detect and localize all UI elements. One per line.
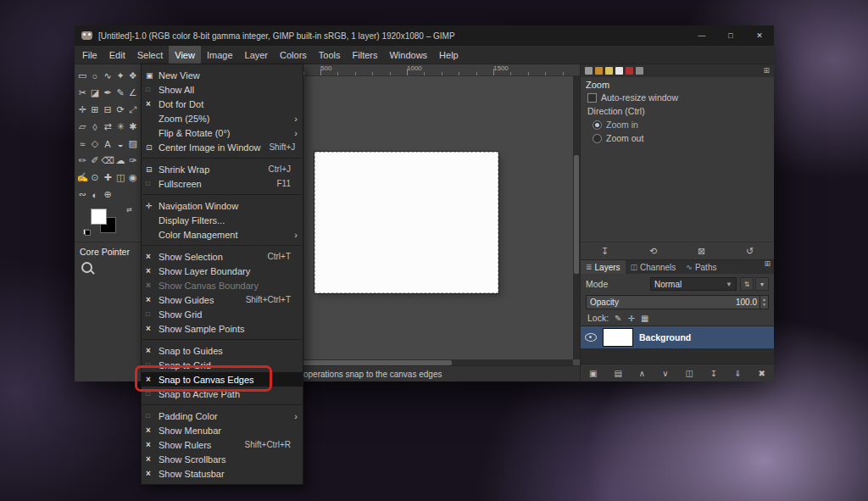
brushes-tab[interactable]	[605, 67, 613, 75]
save-tool-preset-button[interactable]: ↧	[601, 246, 609, 257]
menu-item-show-all[interactable]: □Show All	[142, 82, 303, 97]
menu-item-zoom-25[interactable]: Zoom (25%)›	[142, 111, 303, 125]
menu-item-center-image-in-window[interactable]: ⊡Center Image in WindowShift+J	[142, 140, 303, 154]
layer-thumbnail[interactable]	[603, 328, 633, 347]
delete-tool-preset-button[interactable]: ⊠	[698, 246, 705, 257]
gradients-tab[interactable]	[626, 67, 633, 75]
restore-tool-preset-button[interactable]: ⟲	[649, 246, 657, 257]
configure-tab-button[interactable]: ⊞	[763, 67, 770, 75]
close-button[interactable]: ✕	[745, 25, 774, 46]
smudge-tool-button[interactable]: ∾	[76, 186, 89, 203]
radio-zoom-out[interactable]: Zoom out	[581, 131, 774, 145]
menu-item-navigation-window[interactable]: ✛Navigation Window	[142, 198, 303, 213]
gradient-tool-button[interactable]: ▨	[126, 136, 139, 152]
menu-item-fullscreen[interactable]: □FullscreenF11	[142, 176, 303, 191]
clone-tool-button[interactable]: ⊙	[89, 170, 102, 186]
airbrush-tool-button[interactable]: ☁	[114, 153, 127, 169]
configure-layers-tab-button[interactable]: ⊞	[764, 260, 771, 274]
menu-item-show-menubar[interactable]: ×Show Menubar	[142, 423, 303, 437]
tool-options-tab[interactable]	[585, 67, 593, 75]
lock-pixels-icon[interactable]: ✎	[615, 314, 621, 323]
menu-layer[interactable]: Layer	[239, 46, 275, 64]
menu-item-show-statusbar[interactable]: ×Show Statusbar	[142, 466, 303, 481]
maximize-button[interactable]: □	[716, 25, 745, 46]
menu-help[interactable]: Help	[433, 46, 465, 64]
auto-resize-option[interactable]: Auto-resize window	[581, 91, 774, 104]
patterns-tab[interactable]	[615, 67, 623, 75]
eraser-tool-button[interactable]: ⌫	[101, 153, 114, 169]
raise-layer-button[interactable]: ∧	[639, 369, 645, 378]
opacity-spinner[interactable]: ▲▼	[760, 296, 768, 309]
rotate-tool-button[interactable]: ⟳	[114, 102, 127, 118]
free-select-tool-button[interactable]: ∿	[101, 68, 114, 84]
legacy-mode-button[interactable]: ▾	[755, 277, 769, 291]
vertical-scrollbar[interactable]	[573, 75, 580, 359]
select-by-color-tool-button[interactable]: ❖	[126, 68, 139, 84]
align-tool-button[interactable]: ⊞	[89, 102, 102, 118]
zoom-tool-button[interactable]: ⊕	[101, 186, 114, 203]
merge-down-button[interactable]: ⇓	[734, 369, 741, 378]
menu-item-new-view[interactable]: ▣New View	[142, 68, 303, 82]
bucket-fill-tool-button[interactable]: ◒	[114, 136, 127, 152]
image-canvas[interactable]	[314, 152, 498, 293]
mypaint-brush-tool-button[interactable]: ✍	[76, 170, 89, 186]
menu-colors[interactable]: Colors	[274, 46, 313, 64]
foreground-select-tool-button[interactable]: ◪	[89, 85, 102, 101]
opacity-slider[interactable]: Opacity 100.0 ▲▼	[586, 295, 769, 309]
radio-icon[interactable]	[593, 134, 602, 143]
menu-tools[interactable]: Tools	[313, 46, 347, 64]
visibility-eye-icon[interactable]	[585, 333, 597, 342]
mode-dropdown[interactable]: Normal ▼	[650, 277, 737, 291]
menu-item-dot-for-dot[interactable]: ×Dot for Dot	[142, 97, 303, 111]
measure-tool-button[interactable]: ∠	[126, 85, 139, 101]
auto-resize-checkbox[interactable]	[587, 93, 597, 103]
radio-zoom-in[interactable]: Zoom in	[581, 118, 774, 131]
lock-position-icon[interactable]: ✛	[628, 314, 635, 323]
menu-item-show-layer-boundary[interactable]: ×Show Layer Boundary	[142, 264, 303, 278]
new-layer-button[interactable]: ▣	[589, 369, 597, 378]
tab-layers[interactable]: ≣Layers	[581, 260, 626, 274]
cage-transform-tool-button[interactable]: ◇	[89, 136, 102, 152]
intelligent-scissors-tool-button[interactable]: ✂	[76, 85, 89, 101]
paintbrush-tool-button[interactable]: ✐	[89, 153, 102, 169]
move-tool-button[interactable]: ✛	[76, 102, 89, 118]
menu-item-shrink-wrap[interactable]: ⊟Shrink WrapCtrl+J	[142, 162, 303, 176]
swap-colors-button[interactable]: ⇄	[126, 206, 132, 214]
menu-item-snap-to-guides[interactable]: ×Snap to Guides	[142, 343, 303, 358]
handle-transform-tool-button[interactable]: ✱	[126, 119, 139, 135]
blur-sharpen-tool-button[interactable]: ◉	[126, 170, 139, 186]
reset-tool-options-button[interactable]: ↺	[746, 246, 754, 257]
histogram-tab[interactable]	[636, 67, 643, 75]
menu-item-snap-to-grid[interactable]: □Snap to Grid	[142, 358, 303, 372]
menu-image[interactable]: Image	[201, 46, 239, 64]
minimize-button[interactable]: —	[687, 25, 716, 46]
unified-transform-tool-button[interactable]: ✳	[114, 119, 127, 135]
menu-item-show-sample-points[interactable]: ×Show Sample Points	[142, 321, 303, 336]
menu-item-color-management[interactable]: Color Management›	[142, 227, 303, 242]
dodge-burn-tool-button[interactable]: ◐	[89, 186, 102, 203]
menu-view[interactable]: View	[169, 46, 201, 64]
mode-switch-button[interactable]: ⇅	[740, 277, 754, 291]
flip-tool-button[interactable]: ⇄	[101, 119, 114, 135]
menu-file[interactable]: File	[76, 46, 103, 64]
duplicate-layer-button[interactable]: ◫	[685, 369, 693, 378]
paths-tool-button[interactable]: ✒	[101, 85, 114, 101]
rectangle-select-tool-button[interactable]: ▭	[76, 68, 89, 84]
menu-item-show-canvas-boundary[interactable]: ×Show Canvas Boundary	[142, 278, 303, 292]
menu-filters[interactable]: Filters	[347, 46, 384, 64]
fuzzy-select-tool-button[interactable]: ✦	[114, 68, 127, 84]
heal-tool-button[interactable]: ✚	[101, 170, 114, 186]
menu-item-show-rulers[interactable]: ×Show RulersShift+Ctrl+R	[142, 437, 303, 452]
anchor-layer-button[interactable]: ↧	[710, 369, 717, 378]
tab-paths[interactable]: ∿Paths	[681, 260, 721, 274]
device-status-tab[interactable]	[595, 67, 603, 75]
text-tool-button[interactable]: A	[101, 136, 114, 152]
pencil-tool-button[interactable]: ✏	[76, 153, 89, 169]
menu-item-show-grid[interactable]: □Show Grid	[142, 307, 303, 321]
radio-icon[interactable]	[593, 120, 602, 130]
menu-select[interactable]: Select	[131, 46, 170, 64]
new-group-button[interactable]: ▤	[614, 369, 621, 378]
menu-item-snap-to-active-path[interactable]: □Snap to Active Path	[142, 387, 303, 401]
lock-alpha-icon[interactable]: ▦	[641, 314, 648, 323]
menu-item-flip-rotate-0[interactable]: Flip & Rotate (0°)›	[142, 125, 303, 140]
